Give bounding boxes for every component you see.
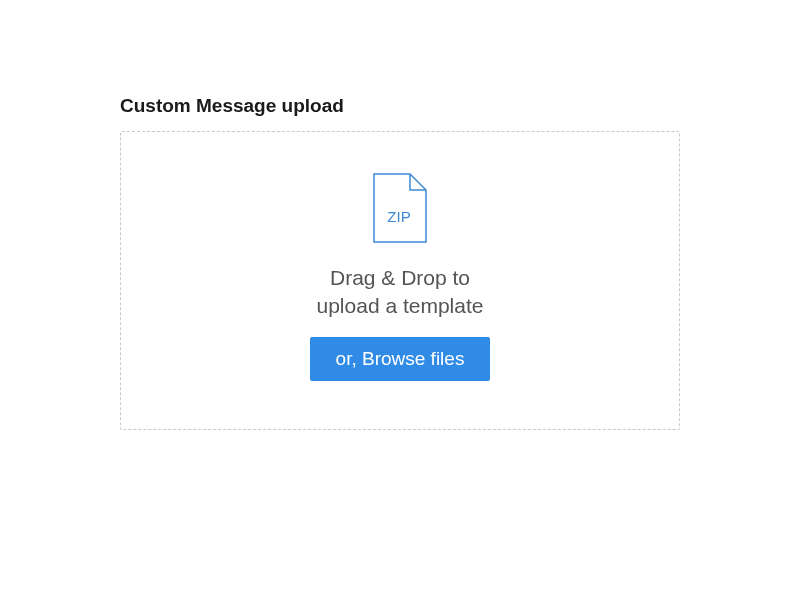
zip-file-icon-label: ZIP [387,208,410,225]
dropzone-instructions: Drag & Drop to upload a template [317,264,484,321]
browse-files-button[interactable]: or, Browse files [310,337,491,381]
upload-dropzone[interactable]: ZIP Drag & Drop to upload a template or,… [120,131,680,430]
section-title: Custom Message upload [120,95,680,117]
zip-file-icon: ZIP [372,172,428,244]
dropzone-instruction-line1: Drag & Drop to [330,266,470,289]
dropzone-instruction-line2: upload a template [317,294,484,317]
